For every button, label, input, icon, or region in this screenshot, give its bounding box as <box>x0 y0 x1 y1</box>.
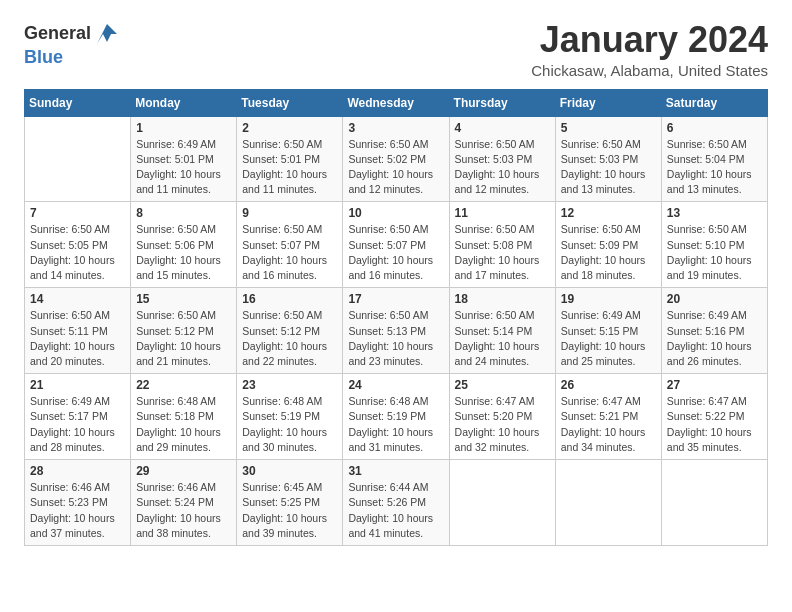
calendar-cell: 31Sunrise: 6:44 AMSunset: 5:26 PMDayligh… <box>343 460 449 546</box>
logo: General Blue <box>24 20 121 68</box>
day-number: 25 <box>455 378 550 392</box>
day-info: Sunrise: 6:47 AMSunset: 5:20 PMDaylight:… <box>455 394 550 455</box>
day-number: 20 <box>667 292 762 306</box>
calendar-cell: 14Sunrise: 6:50 AMSunset: 5:11 PMDayligh… <box>25 288 131 374</box>
day-number: 17 <box>348 292 443 306</box>
day-header-tuesday: Tuesday <box>237 89 343 116</box>
week-row-1: 7Sunrise: 6:50 AMSunset: 5:05 PMDaylight… <box>25 202 768 288</box>
calendar-cell: 26Sunrise: 6:47 AMSunset: 5:21 PMDayligh… <box>555 374 661 460</box>
day-info: Sunrise: 6:50 AMSunset: 5:07 PMDaylight:… <box>348 222 443 283</box>
logo-general-text: General <box>24 24 91 44</box>
day-number: 28 <box>30 464 125 478</box>
day-info: Sunrise: 6:45 AMSunset: 5:25 PMDaylight:… <box>242 480 337 541</box>
day-info: Sunrise: 6:50 AMSunset: 5:14 PMDaylight:… <box>455 308 550 369</box>
calendar-body: 1Sunrise: 6:49 AMSunset: 5:01 PMDaylight… <box>25 116 768 545</box>
calendar-cell: 6Sunrise: 6:50 AMSunset: 5:04 PMDaylight… <box>661 116 767 202</box>
calendar-cell: 24Sunrise: 6:48 AMSunset: 5:19 PMDayligh… <box>343 374 449 460</box>
calendar-cell: 21Sunrise: 6:49 AMSunset: 5:17 PMDayligh… <box>25 374 131 460</box>
day-number: 19 <box>561 292 656 306</box>
day-number: 12 <box>561 206 656 220</box>
day-number: 15 <box>136 292 231 306</box>
day-info: Sunrise: 6:44 AMSunset: 5:26 PMDaylight:… <box>348 480 443 541</box>
calendar-cell: 9Sunrise: 6:50 AMSunset: 5:07 PMDaylight… <box>237 202 343 288</box>
calendar-cell: 17Sunrise: 6:50 AMSunset: 5:13 PMDayligh… <box>343 288 449 374</box>
calendar-cell: 5Sunrise: 6:50 AMSunset: 5:03 PMDaylight… <box>555 116 661 202</box>
day-info: Sunrise: 6:50 AMSunset: 5:13 PMDaylight:… <box>348 308 443 369</box>
day-header-wednesday: Wednesday <box>343 89 449 116</box>
calendar-cell <box>25 116 131 202</box>
calendar-cell: 3Sunrise: 6:50 AMSunset: 5:02 PMDaylight… <box>343 116 449 202</box>
day-header-friday: Friday <box>555 89 661 116</box>
day-header-sunday: Sunday <box>25 89 131 116</box>
day-info: Sunrise: 6:48 AMSunset: 5:18 PMDaylight:… <box>136 394 231 455</box>
calendar-cell: 4Sunrise: 6:50 AMSunset: 5:03 PMDaylight… <box>449 116 555 202</box>
day-number: 5 <box>561 121 656 135</box>
location-title: Chickasaw, Alabama, United States <box>531 62 768 79</box>
day-number: 9 <box>242 206 337 220</box>
day-number: 7 <box>30 206 125 220</box>
calendar-cell <box>449 460 555 546</box>
logo-icon <box>93 20 121 48</box>
day-info: Sunrise: 6:46 AMSunset: 5:24 PMDaylight:… <box>136 480 231 541</box>
calendar-cell: 27Sunrise: 6:47 AMSunset: 5:22 PMDayligh… <box>661 374 767 460</box>
calendar-cell: 20Sunrise: 6:49 AMSunset: 5:16 PMDayligh… <box>661 288 767 374</box>
day-info: Sunrise: 6:46 AMSunset: 5:23 PMDaylight:… <box>30 480 125 541</box>
day-info: Sunrise: 6:50 AMSunset: 5:11 PMDaylight:… <box>30 308 125 369</box>
calendar-cell: 7Sunrise: 6:50 AMSunset: 5:05 PMDaylight… <box>25 202 131 288</box>
day-info: Sunrise: 6:50 AMSunset: 5:07 PMDaylight:… <box>242 222 337 283</box>
calendar-cell: 16Sunrise: 6:50 AMSunset: 5:12 PMDayligh… <box>237 288 343 374</box>
calendar-cell: 29Sunrise: 6:46 AMSunset: 5:24 PMDayligh… <box>131 460 237 546</box>
day-number: 21 <box>30 378 125 392</box>
day-info: Sunrise: 6:50 AMSunset: 5:12 PMDaylight:… <box>136 308 231 369</box>
day-number: 8 <box>136 206 231 220</box>
day-number: 11 <box>455 206 550 220</box>
calendar-cell: 23Sunrise: 6:48 AMSunset: 5:19 PMDayligh… <box>237 374 343 460</box>
day-info: Sunrise: 6:50 AMSunset: 5:06 PMDaylight:… <box>136 222 231 283</box>
day-number: 23 <box>242 378 337 392</box>
calendar-cell <box>555 460 661 546</box>
day-header-monday: Monday <box>131 89 237 116</box>
calendar-cell: 11Sunrise: 6:50 AMSunset: 5:08 PMDayligh… <box>449 202 555 288</box>
day-info: Sunrise: 6:49 AMSunset: 5:17 PMDaylight:… <box>30 394 125 455</box>
day-header-saturday: Saturday <box>661 89 767 116</box>
day-info: Sunrise: 6:49 AMSunset: 5:01 PMDaylight:… <box>136 137 231 198</box>
calendar-cell: 28Sunrise: 6:46 AMSunset: 5:23 PMDayligh… <box>25 460 131 546</box>
day-info: Sunrise: 6:49 AMSunset: 5:16 PMDaylight:… <box>667 308 762 369</box>
day-info: Sunrise: 6:48 AMSunset: 5:19 PMDaylight:… <box>242 394 337 455</box>
calendar-cell: 8Sunrise: 6:50 AMSunset: 5:06 PMDaylight… <box>131 202 237 288</box>
day-info: Sunrise: 6:49 AMSunset: 5:15 PMDaylight:… <box>561 308 656 369</box>
calendar-cell: 15Sunrise: 6:50 AMSunset: 5:12 PMDayligh… <box>131 288 237 374</box>
week-row-0: 1Sunrise: 6:49 AMSunset: 5:01 PMDaylight… <box>25 116 768 202</box>
day-number: 13 <box>667 206 762 220</box>
day-number: 1 <box>136 121 231 135</box>
day-number: 18 <box>455 292 550 306</box>
week-row-2: 14Sunrise: 6:50 AMSunset: 5:11 PMDayligh… <box>25 288 768 374</box>
day-number: 6 <box>667 121 762 135</box>
day-info: Sunrise: 6:50 AMSunset: 5:02 PMDaylight:… <box>348 137 443 198</box>
day-info: Sunrise: 6:50 AMSunset: 5:09 PMDaylight:… <box>561 222 656 283</box>
calendar-cell: 12Sunrise: 6:50 AMSunset: 5:09 PMDayligh… <box>555 202 661 288</box>
day-number: 14 <box>30 292 125 306</box>
day-info: Sunrise: 6:50 AMSunset: 5:03 PMDaylight:… <box>455 137 550 198</box>
logo-blue-text: Blue <box>24 47 63 67</box>
header-row: SundayMondayTuesdayWednesdayThursdayFrid… <box>25 89 768 116</box>
week-row-4: 28Sunrise: 6:46 AMSunset: 5:23 PMDayligh… <box>25 460 768 546</box>
calendar-cell: 13Sunrise: 6:50 AMSunset: 5:10 PMDayligh… <box>661 202 767 288</box>
calendar-cell <box>661 460 767 546</box>
calendar-table: SundayMondayTuesdayWednesdayThursdayFrid… <box>24 89 768 546</box>
day-number: 27 <box>667 378 762 392</box>
day-number: 24 <box>348 378 443 392</box>
calendar-cell: 22Sunrise: 6:48 AMSunset: 5:18 PMDayligh… <box>131 374 237 460</box>
day-info: Sunrise: 6:48 AMSunset: 5:19 PMDaylight:… <box>348 394 443 455</box>
day-info: Sunrise: 6:50 AMSunset: 5:03 PMDaylight:… <box>561 137 656 198</box>
day-info: Sunrise: 6:50 AMSunset: 5:04 PMDaylight:… <box>667 137 762 198</box>
calendar-cell: 30Sunrise: 6:45 AMSunset: 5:25 PMDayligh… <box>237 460 343 546</box>
calendar-cell: 2Sunrise: 6:50 AMSunset: 5:01 PMDaylight… <box>237 116 343 202</box>
calendar-cell: 1Sunrise: 6:49 AMSunset: 5:01 PMDaylight… <box>131 116 237 202</box>
calendar-cell: 10Sunrise: 6:50 AMSunset: 5:07 PMDayligh… <box>343 202 449 288</box>
week-row-3: 21Sunrise: 6:49 AMSunset: 5:17 PMDayligh… <box>25 374 768 460</box>
day-number: 16 <box>242 292 337 306</box>
header: General Blue January 2024 Chickasaw, Ala… <box>24 20 768 79</box>
day-number: 10 <box>348 206 443 220</box>
day-number: 4 <box>455 121 550 135</box>
